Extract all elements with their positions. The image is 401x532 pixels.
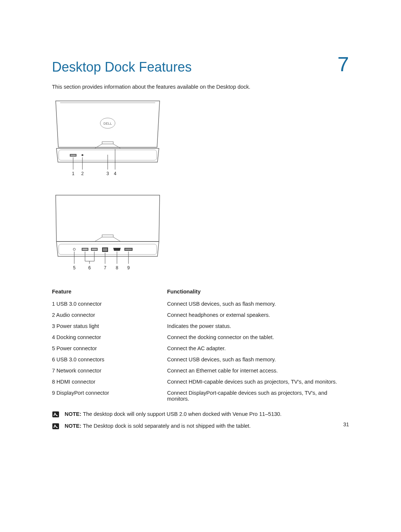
table-row: 2 Audio connectorConnect headphones or e… [52,309,349,321]
back-dock-diagram: 5 6 7 8 9 [52,191,349,277]
notes-section: NOTE: The desktop dock will only support… [52,411,349,430]
svg-text:3: 3 [107,171,109,176]
svg-text:9: 9 [127,265,130,270]
table-row: 4 Docking connectorConnect the docking c… [52,332,349,343]
svg-rect-8 [71,155,76,156]
note-row: NOTE: The desktop dock will only support… [52,411,349,418]
svg-rect-26 [92,249,97,250]
functionality-cell: Connect USB devices, such as flash memor… [167,298,349,309]
functionality-cell: Connect USB devices, such as flash memor… [167,354,349,365]
functionality-cell: Connect the AC adapter. [167,343,349,354]
page-number: 31 [343,421,349,427]
chapter-number: 7 [338,52,349,76]
functionality-cell: Connect DisplayPort-capable devices such… [167,387,349,404]
feature-cell: 3 Power status light [52,321,167,332]
table-row: 6 USB 3.0 connectorsConnect USB devices,… [52,354,349,365]
svg-text:7: 7 [104,265,107,270]
svg-rect-28 [103,248,107,251]
table-row: 8 HDMI connectorConnect HDMI-capable dev… [52,376,349,387]
front-dock-diagram: DELL 1 2 3 4 [52,97,349,183]
svg-line-20 [113,237,121,242]
feature-cell: 4 Docking connector [52,332,167,343]
svg-point-22 [73,248,75,250]
svg-text:8: 8 [116,265,118,270]
table-header-feature: Feature [52,286,167,298]
svg-text:6: 6 [88,265,91,270]
note-icon [52,411,59,418]
note-row: NOTE: The Desktop dock is sold separatel… [52,423,349,430]
table-row: 5 Power connectorConnect the AC adapter. [52,343,349,354]
svg-text:5: 5 [73,265,76,270]
svg-rect-3 [102,142,113,144]
feature-cell: 7 Network connector [52,365,167,376]
feature-table: Feature Functionality 1 USB 3.0 connecto… [52,286,349,404]
feature-cell: 6 USB 3.0 connectors [52,354,167,365]
svg-rect-18 [102,235,113,237]
svg-text:1: 1 [72,171,75,176]
svg-point-9 [82,154,84,156]
svg-rect-30 [125,249,132,250]
svg-text:DELL: DELL [104,122,112,125]
page-container: 7 Desktop Dock Features This section pro… [0,0,401,457]
functionality-cell: Connect headphones or external speakers. [167,309,349,321]
svg-rect-24 [82,249,88,250]
feature-cell: 9 DisplayPort connector [52,387,167,404]
functionality-cell: Connect HDMI-capable devices such as pro… [167,376,349,387]
svg-text:4: 4 [114,171,117,176]
functionality-cell: Connect an Ethernet cable for internet a… [167,365,349,376]
table-header-functionality: Functionality [167,286,349,298]
note-text: NOTE: The desktop dock will only support… [65,411,281,417]
svg-line-19 [95,237,102,242]
table-row: 7 Network connectorConnect an Ethernet c… [52,365,349,376]
feature-cell: 5 Power connector [52,343,167,354]
table-row: 3 Power status lightIndicates the power … [52,321,349,332]
feature-cell: 8 HDMI connector [52,376,167,387]
note-text: NOTE: The Desktop dock is sold separatel… [65,423,251,429]
table-row: 9 DisplayPort connectorConnect DisplayPo… [52,387,349,404]
functionality-cell: Indicates the power status. [167,321,349,332]
feature-cell: 2 Audio connector [52,309,167,321]
page-title: Desktop Dock Features [52,59,349,75]
intro-text: This section provides information about … [52,84,349,90]
svg-line-4 [95,144,102,148]
table-row: 1 USB 3.0 connectorConnect USB devices, … [52,298,349,309]
feature-cell: 1 USB 3.0 connector [52,298,167,309]
note-icon [52,423,59,430]
svg-line-5 [113,144,121,148]
svg-text:2: 2 [81,171,84,176]
functionality-cell: Connect the docking connector on the tab… [167,332,349,343]
